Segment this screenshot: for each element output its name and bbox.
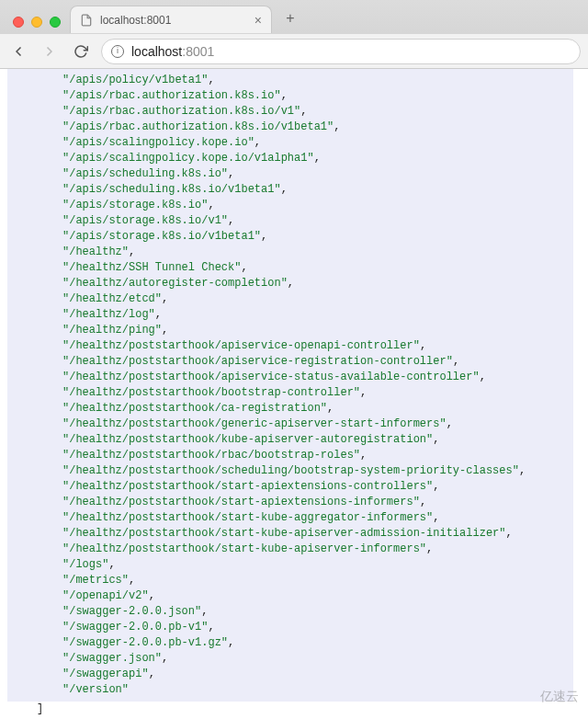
json-string: "/healthz/poststarthook/scheduling/boots… bbox=[62, 464, 519, 477]
json-comma: , bbox=[108, 558, 115, 571]
json-string: "/swagger-2.0.0.pb-v1.gz" bbox=[62, 636, 228, 649]
forward-button[interactable] bbox=[39, 40, 61, 63]
json-comma: , bbox=[149, 589, 155, 602]
json-string: "/healthz/poststarthook/start-apiextensi… bbox=[62, 496, 420, 508]
json-path-line: "/apis/scheduling.k8s.io", bbox=[11, 166, 573, 182]
json-comma: , bbox=[505, 527, 512, 540]
json-comma: , bbox=[480, 371, 486, 383]
json-string: "/apis/rbac.authorization.k8s.io" bbox=[62, 89, 281, 102]
json-path-line: "/apis/scalingpolicy.kope.io/v1alpha1", bbox=[11, 151, 573, 166]
json-comma: , bbox=[129, 574, 135, 587]
json-path-line: "/swaggerapi", bbox=[11, 667, 573, 682]
json-comma: , bbox=[129, 245, 135, 258]
json-string: "/healthz/poststarthook/start-apiextensi… bbox=[62, 480, 433, 493]
json-path-line: "/healthz/poststarthook/rbac/bootstrap-r… bbox=[11, 448, 573, 463]
json-path-line: "/apis/rbac.authorization.k8s.io", bbox=[11, 88, 573, 104]
json-string: "/apis/scalingpolicy.kope.io/v1alpha1" bbox=[62, 152, 314, 165]
address-bar: i localhost:8001 bbox=[0, 33, 588, 68]
json-string: "/apis/storage.k8s.io/v1beta1" bbox=[62, 230, 261, 243]
json-output: "/apis/policy/v1beta1","/apis/rbac.autho… bbox=[7, 69, 573, 702]
json-path-line: "/healthz/etcd", bbox=[11, 291, 573, 307]
json-string: "/openapi/v2" bbox=[62, 589, 149, 602]
json-comma: , bbox=[300, 105, 307, 118]
json-path-line: "/healthz/SSH Tunnel Check", bbox=[11, 260, 573, 276]
json-comma: , bbox=[519, 464, 526, 477]
url-input[interactable]: i localhost:8001 bbox=[101, 39, 581, 64]
json-string: "/healthz/log" bbox=[62, 308, 155, 321]
back-button[interactable] bbox=[7, 40, 29, 63]
json-path-line: "/healthz/poststarthook/bootstrap-contro… bbox=[11, 385, 573, 401]
json-path-line: "/apis/storage.k8s.io/v1", bbox=[11, 213, 573, 229]
file-icon bbox=[80, 14, 93, 27]
json-comma: , bbox=[433, 480, 439, 493]
json-comma: , bbox=[155, 308, 162, 321]
json-string: "/healthz/poststarthook/apiservice-opena… bbox=[62, 339, 420, 352]
json-comma: , bbox=[420, 496, 426, 508]
json-path-line: "/swagger-2.0.0.pb-v1.gz", bbox=[11, 635, 573, 651]
json-comma: , bbox=[281, 89, 288, 102]
json-path-line: "/swagger-2.0.0.json", bbox=[11, 604, 573, 620]
json-comma: , bbox=[241, 261, 247, 274]
reload-button[interactable] bbox=[70, 40, 92, 63]
json-string: "/healthz/poststarthook/start-kube-apise… bbox=[62, 542, 426, 555]
json-string: "/healthz/poststarthook/rbac/bootstrap-r… bbox=[62, 449, 360, 462]
json-path-line: "/healthz", bbox=[11, 245, 573, 260]
json-string: "/healthz/poststarthook/generic-apiserve… bbox=[62, 417, 447, 430]
json-path-line: "/healthz/poststarthook/start-kube-apise… bbox=[11, 526, 573, 542]
json-path-line: "/healthz/log", bbox=[11, 307, 573, 323]
json-string: "/swagger.json" bbox=[62, 652, 162, 665]
json-comma: , bbox=[208, 74, 214, 86]
json-string: "/apis/storage.k8s.io" bbox=[62, 199, 208, 211]
json-path-line: "/apis/scheduling.k8s.io/v1beta1", bbox=[11, 182, 573, 198]
url-host: localhost bbox=[131, 44, 182, 59]
window-maximize-button[interactable] bbox=[50, 17, 61, 28]
json-path-line: "/healthz/poststarthook/apiservice-statu… bbox=[11, 370, 573, 385]
browser-chrome: localhost:8001 × + i localhost:8001 bbox=[0, 0, 588, 69]
json-comma: , bbox=[314, 152, 321, 165]
json-string: "/healthz" bbox=[62, 245, 129, 258]
tab-bar: localhost:8001 × + bbox=[0, 0, 588, 33]
json-path-line: "/healthz/poststarthook/kube-apiserver-a… bbox=[11, 432, 573, 448]
json-string: "/apis/scheduling.k8s.io" bbox=[62, 167, 228, 180]
json-path-line: "/openapi/v2", bbox=[11, 588, 573, 604]
site-info-icon[interactable]: i bbox=[111, 45, 124, 58]
json-string: "/apis/policy/v1beta1" bbox=[62, 74, 208, 86]
browser-tab[interactable]: localhost:8001 × bbox=[70, 6, 272, 33]
json-comma: , bbox=[201, 605, 208, 618]
page-viewport[interactable]: "/apis/policy/v1beta1","/apis/rbac.autho… bbox=[0, 69, 588, 719]
json-comma: , bbox=[228, 214, 234, 227]
json-path-line: "/logs", bbox=[11, 557, 573, 573]
window-close-button[interactable] bbox=[13, 17, 24, 28]
json-comma: , bbox=[208, 621, 214, 633]
json-comma: , bbox=[360, 386, 367, 399]
json-comma: , bbox=[433, 511, 439, 524]
json-path-line: "/healthz/poststarthook/start-kube-apise… bbox=[11, 542, 573, 557]
json-string: "/healthz/poststarthook/kube-apiserver-a… bbox=[62, 433, 433, 446]
new-tab-button[interactable]: + bbox=[279, 7, 301, 29]
json-string: "/healthz/poststarthook/start-kube-apise… bbox=[62, 527, 505, 540]
json-path-line: "/healthz/poststarthook/start-apiextensi… bbox=[11, 479, 573, 495]
json-comma: , bbox=[281, 183, 288, 196]
window-controls bbox=[7, 17, 70, 33]
json-string: "/swagger-2.0.0.pb-v1" bbox=[62, 621, 208, 633]
json-path-line: "/apis/storage.k8s.io/v1beta1", bbox=[11, 229, 573, 245]
url-port: :8001 bbox=[182, 44, 214, 59]
json-path-line: "/healthz/poststarthook/start-kube-aggre… bbox=[11, 510, 573, 526]
json-comma: , bbox=[149, 668, 155, 680]
json-string: "/healthz/poststarthook/ca-registration" bbox=[62, 402, 327, 415]
json-string: "/healthz/poststarthook/apiservice-statu… bbox=[62, 371, 480, 383]
json-path-line: "/apis/scalingpolicy.kope.io", bbox=[11, 135, 573, 151]
json-string: "/healthz/SSH Tunnel Check" bbox=[62, 261, 241, 274]
tab-close-icon[interactable]: × bbox=[254, 14, 262, 27]
json-path-line: "/swagger.json", bbox=[11, 651, 573, 667]
json-string: "/healthz/poststarthook/bootstrap-contro… bbox=[62, 386, 360, 399]
json-string: "/apis/scalingpolicy.kope.io" bbox=[62, 136, 254, 149]
json-string: "/healthz/ping" bbox=[62, 324, 162, 337]
json-string: "/healthz/poststarthook/start-kube-aggre… bbox=[62, 511, 433, 524]
json-comma: , bbox=[447, 417, 453, 430]
json-string: "/healthz/autoregister-completion" bbox=[62, 277, 288, 290]
json-comma: , bbox=[228, 167, 234, 180]
json-string: "/version" bbox=[62, 683, 129, 696]
window-minimize-button[interactable] bbox=[31, 17, 42, 28]
json-comma: , bbox=[360, 449, 367, 462]
